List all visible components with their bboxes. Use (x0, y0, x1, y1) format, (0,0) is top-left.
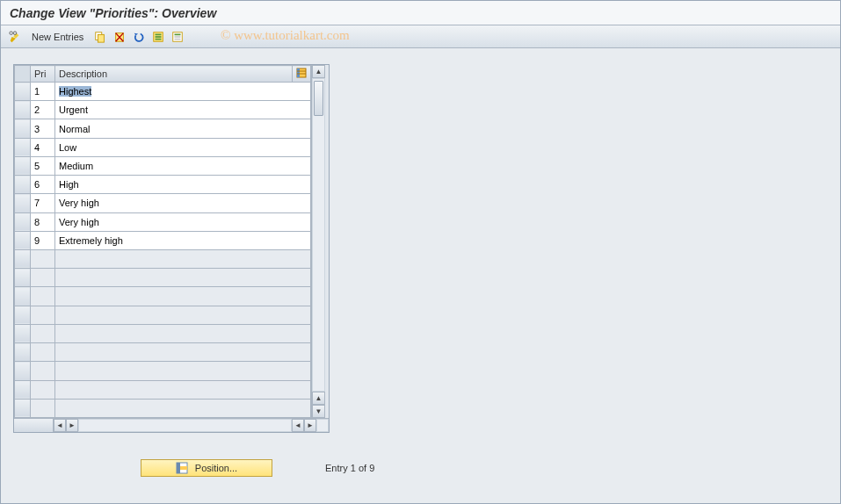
hscroll-right2-button[interactable]: ► (304, 419, 316, 432)
horizontal-scrollbar[interactable]: ◄ ► ◄ ► (14, 418, 329, 432)
deselect-all-button[interactable] (169, 28, 186, 46)
cell-pri[interactable] (31, 324, 55, 342)
row-selector[interactable] (15, 212, 31, 231)
table-row-empty[interactable] (15, 269, 311, 287)
row-selector[interactable] (15, 343, 31, 362)
copy-as-button[interactable] (91, 28, 109, 46)
table-row[interactable]: 1Highest (15, 83, 311, 101)
row-selector[interactable] (15, 119, 31, 138)
cell-pri[interactable]: 7 (31, 194, 55, 212)
table-row[interactable]: 7Very high (15, 194, 311, 212)
table-row-empty[interactable] (15, 287, 311, 306)
cell-desc[interactable]: Urgent (55, 101, 311, 119)
cell-pri[interactable] (31, 362, 55, 380)
table-row-empty[interactable] (15, 324, 311, 342)
cell-pri[interactable] (31, 380, 55, 399)
hscroll-left-button[interactable]: ◄ (54, 419, 66, 432)
cell-pri[interactable]: 5 (31, 156, 55, 175)
scroll-up-button[interactable]: ▲ (312, 65, 325, 78)
row-selector[interactable] (15, 399, 31, 417)
row-selector[interactable] (15, 101, 31, 119)
row-selector[interactable] (15, 324, 31, 342)
cell-desc[interactable]: Very high (55, 212, 311, 231)
row-selector[interactable] (15, 380, 31, 399)
cell-pri[interactable] (31, 269, 55, 287)
row-selector[interactable] (15, 269, 31, 287)
vscroll-track[interactable] (312, 78, 325, 392)
table-row-empty[interactable] (15, 399, 311, 417)
cell-pri[interactable] (31, 287, 55, 306)
vertical-scrollbar[interactable]: ▲ ▲ ▼ (311, 65, 325, 418)
cell-pri[interactable] (31, 399, 55, 417)
table-row[interactable]: 6High (15, 176, 311, 194)
cell-desc[interactable]: Extremely high (55, 231, 311, 249)
table-row[interactable]: 8Very high (15, 212, 311, 231)
row-selector[interactable] (15, 83, 31, 101)
cell-pri[interactable]: 6 (31, 176, 55, 194)
row-selector[interactable] (15, 138, 31, 156)
select-all-button[interactable] (149, 28, 167, 46)
row-selector[interactable] (15, 287, 31, 306)
cell-desc[interactable] (55, 399, 311, 417)
cell-pri[interactable] (31, 249, 55, 268)
row-selector-header[interactable] (15, 66, 31, 83)
cell-desc[interactable]: Medium (55, 156, 311, 175)
row-selector[interactable] (15, 249, 31, 268)
row-selector[interactable] (15, 176, 31, 194)
cell-desc[interactable] (55, 287, 311, 306)
table-row-empty[interactable] (15, 306, 311, 324)
configure-columns-button[interactable] (293, 66, 311, 83)
hscroll-left2-button[interactable]: ► (66, 419, 78, 432)
cell-desc[interactable] (55, 249, 311, 268)
table-row[interactable]: 3Normal (15, 119, 311, 138)
cell-desc[interactable] (55, 380, 311, 399)
column-header-pri[interactable]: Pri (31, 66, 55, 83)
undo-button[interactable] (130, 28, 148, 46)
pencil-glasses-icon (9, 31, 21, 43)
delete-button[interactable] (111, 28, 128, 46)
cell-desc[interactable]: Very high (55, 194, 311, 212)
vscroll-thumb[interactable] (314, 81, 323, 116)
cell-desc[interactable] (55, 343, 311, 362)
cell-pri[interactable]: 9 (31, 231, 55, 249)
table-row[interactable]: 4Low (15, 138, 311, 156)
cell-pri[interactable]: 4 (31, 138, 55, 156)
table-row-empty[interactable] (15, 362, 311, 380)
cell-desc[interactable] (55, 306, 311, 324)
row-selector[interactable] (15, 306, 31, 324)
row-selector[interactable] (15, 362, 31, 380)
cell-pri[interactable]: 1 (31, 83, 55, 101)
cell-desc[interactable]: Low (55, 138, 311, 156)
toggle-button[interactable] (6, 28, 24, 46)
new-entries-button[interactable]: New Entries (25, 28, 90, 46)
hscroll-track[interactable] (78, 419, 292, 432)
entry-status: Entry 1 of 9 (325, 463, 374, 473)
table-row[interactable]: 9Extremely high (15, 231, 311, 249)
table-row-empty[interactable] (15, 343, 311, 362)
svg-rect-11 (175, 36, 181, 38)
cell-pri[interactable] (31, 343, 55, 362)
cell-desc[interactable] (55, 269, 311, 287)
table-row[interactable]: 2Urgent (15, 101, 311, 119)
cell-pri[interactable]: 8 (31, 212, 55, 231)
cell-pri[interactable]: 2 (31, 101, 55, 119)
cell-pri[interactable] (31, 306, 55, 324)
table-row-empty[interactable] (15, 380, 311, 399)
scroll-down2-button[interactable]: ▼ (312, 405, 325, 418)
table-row[interactable]: 5Medium (15, 156, 311, 175)
cell-desc[interactable] (55, 362, 311, 380)
priorities-grid[interactable]: Pri Description 1Highest2Urgent3Normal4L… (14, 65, 311, 418)
cell-desc[interactable]: Normal (55, 119, 311, 138)
hscroll-right-button[interactable]: ◄ (292, 419, 304, 432)
row-selector[interactable] (15, 194, 31, 212)
table-row-empty[interactable] (15, 249, 311, 268)
column-header-desc[interactable]: Description (55, 66, 293, 83)
row-selector[interactable] (15, 231, 31, 249)
row-selector[interactable] (15, 156, 31, 175)
cell-desc[interactable]: High (55, 176, 311, 194)
cell-desc[interactable]: Highest (55, 83, 311, 101)
scroll-down-button[interactable]: ▲ (312, 392, 325, 405)
cell-pri[interactable]: 3 (31, 119, 55, 138)
position-button[interactable]: Position... (141, 459, 272, 477)
cell-desc[interactable] (55, 324, 311, 342)
